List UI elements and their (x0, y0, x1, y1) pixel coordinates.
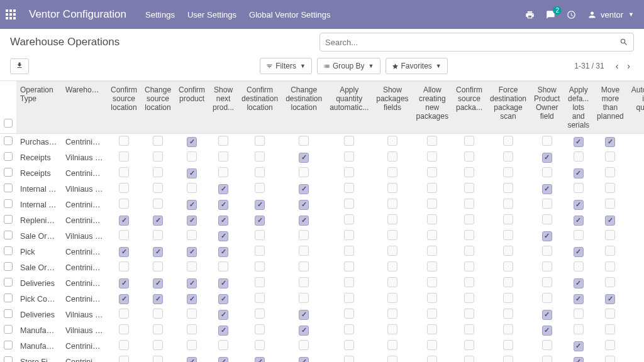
checkbox-cell[interactable] (605, 137, 615, 147)
checkbox-cell[interactable] (344, 324, 354, 334)
checkbox-cell[interactable] (187, 183, 197, 193)
nav-settings[interactable]: Settings (145, 10, 175, 19)
checkbox-cell[interactable] (218, 167, 228, 177)
checkbox-cell[interactable] (574, 247, 584, 257)
checkbox-cell[interactable] (218, 247, 228, 257)
checkbox-cell[interactable] (427, 199, 437, 209)
row-selector[interactable] (4, 356, 13, 362)
checkbox-cell[interactable] (542, 167, 552, 177)
operation-type-cell[interactable]: Deliveries (16, 307, 62, 322)
pager-prev[interactable]: ‹ (612, 58, 623, 74)
checkbox-cell[interactable] (255, 167, 265, 177)
checkbox-cell[interactable] (344, 183, 354, 193)
checkbox-cell[interactable] (153, 324, 163, 334)
checkbox-cell[interactable] (574, 230, 584, 240)
checkbox-cell[interactable] (299, 200, 309, 210)
checkbox-cell[interactable] (574, 261, 584, 272)
checkbox-cell[interactable] (153, 309, 163, 319)
checkbox-cell[interactable] (464, 167, 474, 177)
checkbox-cell[interactable] (119, 199, 129, 209)
checkbox-cell[interactable] (427, 246, 437, 256)
checkbox-cell[interactable] (574, 341, 584, 351)
checkbox-cell[interactable] (119, 340, 129, 350)
checkbox-cell[interactable] (427, 324, 437, 334)
checkbox-cell[interactable] (574, 357, 584, 363)
checkbox-cell[interactable] (344, 136, 354, 146)
table-row[interactable]: Sale OrdersVilniaus pa... (0, 228, 644, 244)
checkbox-cell[interactable] (542, 246, 552, 256)
nav-user-settings[interactable]: User Settings (187, 10, 236, 19)
checkbox-cell[interactable] (344, 293, 354, 303)
checkbox-cell[interactable] (605, 261, 615, 272)
checkbox-cell[interactable] (344, 214, 354, 224)
checkbox-cell[interactable] (344, 309, 354, 319)
checkbox-cell[interactable] (605, 216, 615, 226)
row-selector[interactable] (4, 341, 13, 349)
column-header[interactable]: Show next prod... (209, 82, 238, 134)
checkbox-cell[interactable] (387, 309, 397, 319)
column-header[interactable]: Allow creating new packages (413, 82, 452, 134)
checkbox-cell[interactable] (387, 214, 397, 224)
checkbox-cell[interactable] (153, 136, 163, 146)
checkbox-cell[interactable] (503, 230, 513, 240)
column-header[interactable]: Operation Type (16, 82, 62, 134)
checkbox-cell[interactable] (387, 151, 397, 162)
warehouse-cell[interactable]: Centrinis s... (62, 165, 107, 181)
column-header[interactable]: Show packages fields (372, 82, 412, 134)
warehouse-cell[interactable]: Centrinis s... (62, 197, 107, 212)
checkbox-cell[interactable] (427, 261, 437, 272)
checkbox-cell[interactable] (119, 151, 129, 162)
checkbox-cell[interactable] (218, 340, 228, 350)
column-header[interactable]: Confirm destination location (238, 82, 282, 134)
checkbox-cell[interactable] (255, 309, 265, 319)
table-row[interactable]: Manufactu...Centrinis s... (0, 338, 644, 354)
checkbox-cell[interactable] (218, 261, 228, 272)
checkbox-cell[interactable] (153, 167, 163, 177)
checkbox-cell[interactable] (255, 200, 265, 210)
checkbox-cell[interactable] (574, 216, 584, 226)
checkbox-cell[interactable] (542, 356, 552, 362)
search-icon[interactable] (619, 38, 628, 47)
column-header[interactable]: Confirm product (175, 82, 209, 134)
warehouse-cell[interactable]: Centrinis s... (62, 260, 107, 275)
checkbox-cell[interactable] (153, 278, 163, 288)
operation-type-cell[interactable]: Receipts (16, 150, 62, 165)
checkbox-cell[interactable] (542, 340, 552, 350)
checkbox-cell[interactable] (344, 151, 354, 162)
table-row[interactable]: DeliveriesVilniaus pa... (0, 307, 644, 322)
row-selector[interactable] (4, 325, 13, 334)
checkbox-cell[interactable] (427, 356, 437, 362)
operation-type-cell[interactable]: Replenish... (16, 212, 62, 228)
warehouse-cell[interactable]: Centrinis s... (62, 275, 107, 291)
checkbox-cell[interactable] (218, 357, 228, 363)
warehouse-cell[interactable]: Vilniaus pa... (62, 228, 107, 244)
checkbox-cell[interactable] (218, 136, 228, 146)
checkbox-cell[interactable] (255, 340, 265, 350)
checkbox-cell[interactable] (255, 357, 265, 363)
checkbox-cell[interactable] (187, 261, 197, 272)
checkbox-cell[interactable] (187, 324, 197, 334)
row-selector[interactable] (4, 293, 13, 302)
checkbox-cell[interactable] (187, 200, 197, 210)
checkbox-cell[interactable] (218, 326, 228, 336)
checkbox-cell[interactable] (542, 214, 552, 224)
checkbox-cell[interactable] (119, 183, 129, 193)
checkbox-cell[interactable] (218, 200, 228, 210)
checkbox-cell[interactable] (387, 277, 397, 287)
table-row[interactable]: Internal Tr...Centrinis s... (0, 197, 644, 212)
warehouse-cell[interactable]: Centrinis s... (62, 212, 107, 228)
checkbox-cell[interactable] (299, 261, 309, 272)
checkbox-cell[interactable] (344, 277, 354, 287)
activity-icon[interactable] (567, 10, 576, 19)
checkbox-cell[interactable] (119, 309, 129, 319)
pager-range[interactable]: 1-31 / 31 (574, 62, 604, 70)
row-selector[interactable] (4, 136, 13, 145)
checkbox-cell[interactable] (427, 293, 437, 303)
operation-type-cell[interactable]: Receipts (16, 165, 62, 181)
checkbox-cell[interactable] (119, 356, 129, 362)
favorites-button[interactable]: Favorites▼ (386, 58, 448, 74)
checkbox-cell[interactable] (187, 168, 197, 178)
checkbox-cell[interactable] (503, 293, 513, 303)
column-header[interactable]: Force destination package scan (486, 82, 530, 134)
column-header[interactable]: Show Product Owner field (530, 82, 564, 134)
